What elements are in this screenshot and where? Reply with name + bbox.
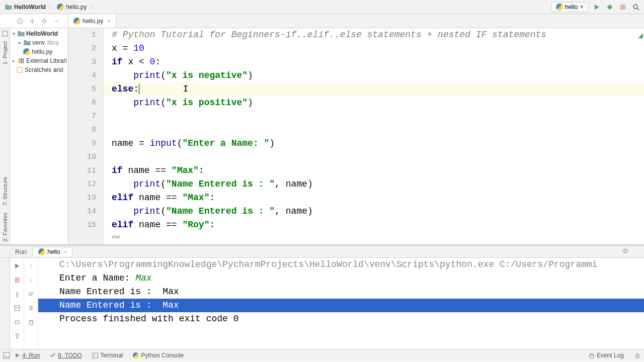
- run-tab-label: hello: [47, 248, 60, 255]
- python-file-icon: [133, 352, 139, 358]
- svg-rect-17: [15, 278, 20, 283]
- run-tab-hello[interactable]: hello ×: [33, 247, 72, 256]
- run-config-label: hello: [565, 4, 578, 11]
- wrap-button[interactable]: [26, 289, 36, 299]
- scroll-button[interactable]: [26, 303, 36, 313]
- breadcrumb-project-label: HelloWorld: [14, 4, 46, 11]
- python-file-icon: [73, 18, 80, 25]
- scratch-icon: [16, 66, 23, 73]
- gear-icon[interactable]: [622, 247, 629, 256]
- trash-button[interactable]: [26, 317, 36, 327]
- library-icon: [18, 57, 25, 64]
- lock-icon[interactable]: [634, 352, 641, 359]
- svg-rect-25: [636, 355, 639, 358]
- editor-breadcrumb[interactable]: else: [104, 229, 128, 244]
- toolbar-row: − hello.py ×: [0, 14, 644, 28]
- run-tool-column-2: ↑ ↓: [24, 258, 38, 349]
- project-tree[interactable]: ▾ HelloWorld ▸ venv libra hello.py ▸ Ext…: [10, 28, 68, 244]
- search-button[interactable]: [631, 2, 641, 12]
- svg-rect-15: [17, 67, 22, 72]
- project-tab[interactable]: 1: Project: [2, 38, 8, 67]
- down-button[interactable]: ↓: [26, 275, 36, 285]
- console-output[interactable]: C:\Users\ProgrammingKnowledge\PycharmPro…: [38, 258, 644, 349]
- debug-button[interactable]: [605, 2, 615, 12]
- gutter: 1234 5678 9101112 131415: [68, 28, 104, 244]
- folder-icon: [5, 4, 12, 11]
- svg-point-10: [43, 20, 46, 23]
- console-output-1: Name Entered is : Max: [38, 285, 644, 299]
- run-left-spacer: [0, 258, 10, 349]
- run-panel-title: Run:: [15, 248, 28, 255]
- terminal-toolwindow-button[interactable]: Terminal: [87, 352, 128, 359]
- code-area[interactable]: # Python Tutorial for Beginners-if..elif…: [104, 28, 644, 244]
- svg-rect-24: [590, 355, 594, 358]
- breadcrumb-file-label: hello.py: [66, 4, 87, 11]
- python-console-button[interactable]: Python Console: [128, 352, 189, 359]
- run-tool-column-1: ‖: [10, 258, 24, 349]
- run-config-selector[interactable]: hello ▼: [551, 2, 589, 12]
- collapse-icon[interactable]: [27, 16, 37, 26]
- tree-hello[interactable]: hello.py: [10, 47, 68, 56]
- structure-tab[interactable]: 7: Structure: [2, 174, 8, 209]
- toolwindows-icon[interactable]: [3, 352, 10, 359]
- breadcrumb-separator-2: 〉: [90, 4, 95, 11]
- tree-root[interactable]: ▾ HelloWorld: [10, 29, 68, 38]
- tree-scratches-label: Scratches and: [25, 66, 63, 73]
- tree-hello-label: hello.py: [32, 48, 52, 55]
- pin-button[interactable]: [12, 331, 22, 341]
- editor-tab-label: hello.py: [83, 18, 103, 25]
- project-view-icon[interactable]: [2, 30, 9, 37]
- settings-icon[interactable]: [39, 16, 49, 26]
- tree-venv-label: venv: [32, 39, 45, 46]
- run-header: Run: hello ×: [0, 246, 644, 258]
- stop-button[interactable]: [12, 275, 22, 285]
- tree-venv[interactable]: ▸ venv libra: [10, 38, 68, 47]
- run-body: ‖ ↑ ↓ C:\Users\ProgrammingKnowledge\Pych…: [0, 258, 644, 349]
- hide-icon[interactable]: −: [51, 16, 61, 26]
- event-log-button[interactable]: Event Log: [584, 352, 629, 359]
- svg-point-16: [624, 249, 627, 252]
- svg-point-9: [20, 21, 21, 22]
- expand-icon[interactable]: ▸: [11, 58, 16, 63]
- tree-scratches[interactable]: Scratches and: [10, 65, 68, 74]
- python-file-icon: [556, 4, 563, 11]
- breadcrumb-file[interactable]: hello.py: [55, 4, 89, 11]
- favorites-tab[interactable]: 2: Favorites: [2, 210, 8, 244]
- pause-button[interactable]: ‖: [12, 289, 22, 299]
- breadcrumb-separator: 〉: [49, 4, 54, 11]
- python-file-icon: [23, 48, 30, 55]
- svg-point-6: [633, 5, 637, 9]
- code-comment: # Python Tutorial for Beginners-if..elif…: [112, 30, 546, 40]
- breadcrumb-project[interactable]: HelloWorld: [3, 4, 48, 11]
- run-toolwindow-button[interactable]: 4: Run: [10, 352, 45, 359]
- python-file-icon: [38, 248, 45, 255]
- svg-rect-11: [3, 31, 8, 36]
- tree-external[interactable]: ▸ External Librari: [10, 56, 68, 65]
- todo-toolwindow-button[interactable]: 6: TODO: [45, 352, 87, 359]
- svg-line-7: [637, 8, 639, 10]
- up-button[interactable]: ↑: [26, 261, 36, 271]
- close-tab-icon[interactable]: ×: [107, 18, 110, 24]
- inspection-indicator[interactable]: [638, 29, 643, 34]
- close-icon[interactable]: ×: [64, 249, 67, 255]
- svg-rect-12: [19, 58, 20, 63]
- svg-point-0: [608, 5, 612, 9]
- folder-icon: [24, 39, 31, 46]
- run-button[interactable]: [592, 2, 602, 12]
- editor-tab-hello[interactable]: hello.py ×: [68, 14, 116, 28]
- locate-icon[interactable]: [15, 16, 25, 26]
- project-toolbar: −: [0, 14, 68, 28]
- print-button[interactable]: [12, 317, 22, 327]
- tree-venv-suffix: libra: [47, 39, 59, 46]
- layout-button[interactable]: [12, 303, 22, 313]
- stop-button[interactable]: [618, 2, 628, 12]
- rerun-button[interactable]: [12, 261, 22, 271]
- expand-icon[interactable]: ▾: [11, 31, 16, 36]
- tree-external-label: External Librari: [26, 57, 67, 64]
- python-file-icon: [57, 4, 64, 11]
- main-area: 1: Project 7: Structure 2: Favorites ▾ H…: [0, 28, 644, 244]
- code-editor[interactable]: 1234 5678 9101112 131415 # Python Tutori…: [68, 28, 644, 244]
- svg-rect-18: [15, 306, 20, 311]
- folder-icon: [18, 30, 25, 37]
- expand-icon[interactable]: ▸: [17, 40, 22, 45]
